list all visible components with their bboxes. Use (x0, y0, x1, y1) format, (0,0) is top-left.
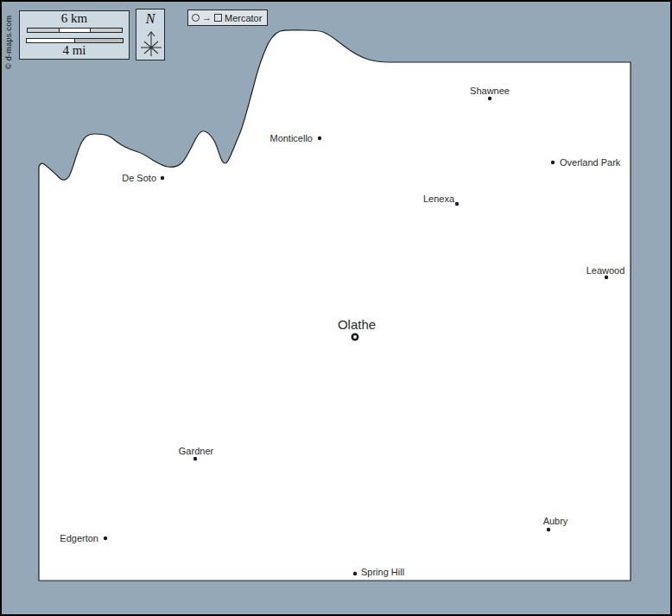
city-dot (547, 528, 550, 531)
scale-segment (59, 28, 92, 33)
scale-bar-km (27, 28, 123, 33)
city-dot (353, 572, 357, 575)
city-label: Monticello (269, 133, 313, 143)
city-label: Edgerton (60, 533, 98, 543)
county-map-canvas: ShawneeMonticelloOverland ParkDe SotoLen… (2, 2, 672, 616)
city-dot (318, 137, 321, 140)
city-dot (161, 176, 164, 180)
city-dot (193, 457, 197, 460)
scale-bar-panel: 6 km 4 mi (19, 10, 130, 60)
city-label: Aubry (543, 516, 568, 526)
city-label: Leawood (586, 265, 625, 276)
city-label: Shawnee (470, 86, 510, 96)
city-label: Olathe (338, 317, 376, 332)
city-label: Lenexa (423, 194, 455, 204)
city-dot (551, 161, 555, 164)
scale-km-label: 6 km (20, 11, 129, 26)
north-arrow-panel: N (136, 9, 165, 60)
city-dot (104, 537, 107, 540)
city-dot (605, 276, 608, 279)
projection-label: Mercator (225, 13, 262, 23)
scale-segment (90, 28, 123, 33)
copyright-credit: © d-maps.com (4, 16, 13, 69)
scale-segment (27, 28, 60, 33)
county-boundary-shape (39, 30, 631, 581)
globe-circle-icon (192, 14, 200, 22)
north-label: N (136, 11, 164, 27)
city-label: Gardner (179, 446, 214, 456)
projection-panel: → Mercator (187, 10, 268, 26)
compass-arrow-icon (136, 27, 166, 60)
arrow-right-icon: → (202, 14, 212, 22)
city-label: Spring Hill (361, 567, 404, 577)
city-dot (455, 202, 459, 206)
city-dot (488, 97, 491, 100)
projection-square-icon (214, 14, 222, 22)
city-label: De Soto (122, 173, 156, 183)
map-viewport: ShawneeMonticelloOverland ParkDe SotoLen… (0, 0, 672, 616)
city-label: Overland Park (560, 157, 621, 168)
scale-mi-label: 4 mi (20, 43, 129, 58)
county-seat-marker (352, 334, 358, 340)
